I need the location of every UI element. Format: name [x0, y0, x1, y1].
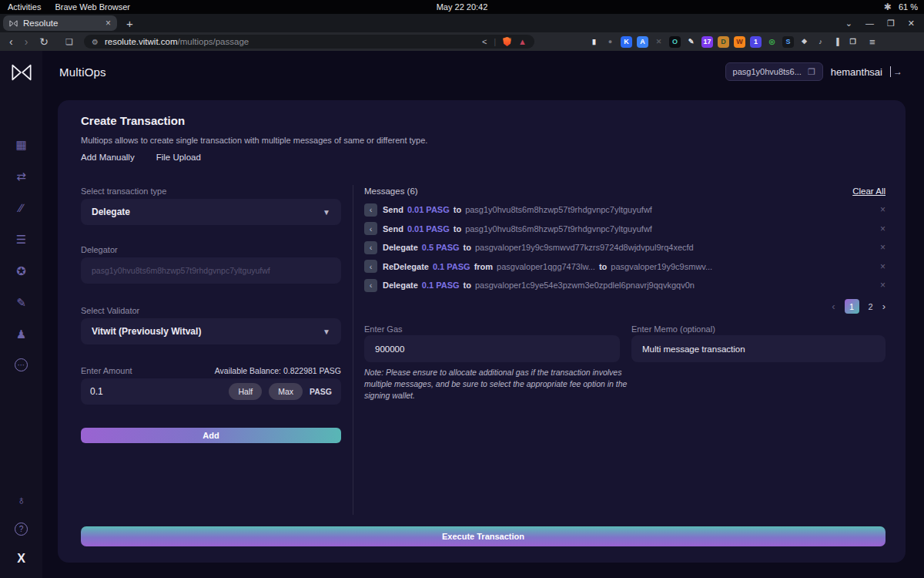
url-host: resolute.vitwit.com	[105, 37, 178, 46]
section-subtitle: Multiops allows to create single transac…	[81, 136, 427, 145]
back-button[interactable]: ‹	[9, 35, 13, 48]
sidebar-item-authz[interactable]: ✪	[14, 264, 29, 277]
vitwit-logo-icon[interactable]	[10, 62, 33, 86]
validator-select[interactable]: Vitwit (Previously Witval) ▼	[81, 318, 341, 344]
column-divider	[353, 185, 353, 515]
message-type-icon: ‹	[364, 241, 377, 254]
battery-percent: 61 %	[899, 2, 918, 12]
bookmark-panel-icon[interactable]: ❏	[65, 37, 73, 47]
copy-icon[interactable]: ❐	[808, 67, 815, 77]
radio-add-manually[interactable]: Add Manually	[81, 153, 135, 162]
chevron-down-icon: ▼	[323, 208, 330, 217]
ext-media-icon[interactable]: ♪	[815, 36, 826, 48]
sidebar-footer: ♁?X	[14, 492, 29, 566]
remove-message-icon[interactable]: ×	[872, 280, 886, 291]
sidebar-item-staking[interactable]: ☰	[14, 232, 29, 246]
address-bar[interactable]: ⚙ resolute.vitwit.com /multiops/passage …	[84, 35, 534, 49]
forward-button[interactable]: ›	[25, 35, 28, 48]
message-row: ‹Send0.01 PASGtopasg1y0hvu8ts6m8hzwp57t9…	[364, 220, 886, 239]
add-button[interactable]: Add	[81, 428, 341, 443]
ext-d-icon[interactable]: D	[718, 36, 729, 48]
ext-dark-circle-icon[interactable]: O	[669, 36, 681, 48]
gas-note: Note: Please ensure to allocate addition…	[364, 367, 638, 402]
sidebar-x-logo[interactable]: X	[14, 552, 29, 566]
share-icon[interactable]: <	[482, 37, 487, 46]
memo-input[interactable]	[642, 344, 875, 354]
execute-transaction-button[interactable]: Execute Transaction	[81, 526, 886, 546]
half-button[interactable]: Half	[229, 383, 262, 400]
ext-s-icon[interactable]: S	[782, 36, 794, 48]
window-restore-icon[interactable]: ❐	[887, 18, 895, 29]
message-type-icon: ‹	[364, 222, 377, 235]
page-2-button[interactable]: 2	[869, 302, 873, 311]
wallet-address: pasg1y0hvu8ts6...	[733, 67, 802, 76]
tab-resolute[interactable]: Resolute ×	[3, 15, 117, 31]
site-settings-icon[interactable]: ⚙	[92, 38, 99, 46]
ext-pen-icon[interactable]: ✎	[685, 36, 697, 48]
ext-reader-icon[interactable]: ❒	[847, 36, 859, 48]
remove-message-icon[interactable]: ×	[872, 204, 886, 215]
input-mode-radio-group: Add Manually File Upload	[81, 153, 201, 162]
sidebar-item-more[interactable]: ⋯	[15, 358, 28, 371]
browser-menu-icon[interactable]: ≡	[869, 36, 875, 48]
amount-input[interactable]	[90, 386, 222, 397]
ext-keplr-icon[interactable]: K	[621, 36, 632, 48]
logout-icon[interactable]: →	[890, 66, 902, 77]
ext-puzzle-icon[interactable]: ❖	[798, 36, 810, 48]
ext-shield-one-icon[interactable]: 1	[750, 36, 762, 48]
max-button[interactable]: Max	[269, 383, 303, 400]
sidebar-item-multisig[interactable]: ♟	[14, 327, 29, 341]
ext-battery-icon[interactable]: ▮	[588, 36, 600, 48]
message-row: ‹ReDelegate0.1 PASGfrompasgvaloper1qgg74…	[364, 257, 886, 277]
gas-label: Enter Gas	[364, 324, 403, 334]
sidebar-item-overview[interactable]: ▦	[14, 137, 29, 151]
delegator-field[interactable]: pasg1y0hvu8ts6m8hzwp57t9rhdgvnpc7yltguyu…	[81, 257, 341, 284]
page-1-button[interactable]: 1	[845, 299, 859, 314]
message-row: ‹Delegate0.5 PASGtopasgvaloper19y9c9smwv…	[364, 238, 886, 257]
new-tab-button[interactable]: +	[126, 17, 133, 30]
messages-list: ‹Send0.01 PASGtopasg1y0hvu8ts6m8hzwp57t9…	[364, 200, 886, 295]
amount-label: Enter Amount	[81, 366, 132, 375]
tab-close-icon[interactable]: ×	[105, 18, 111, 29]
ext-metamask-icon[interactable]: W	[734, 36, 745, 48]
tab-title: Resolute	[23, 18, 58, 28]
sidebar-item-feegrant[interactable]: ✎	[14, 295, 29, 309]
clear-all-link[interactable]: Clear All	[852, 187, 886, 196]
sidebar-nav: ▦⇄∕∕☰✪✎♟⋯	[14, 137, 29, 371]
remove-message-icon[interactable]: ×	[872, 261, 886, 272]
next-page-icon[interactable]: ›	[882, 301, 886, 312]
memo-field	[631, 335, 886, 362]
remove-message-icon[interactable]: ×	[872, 242, 886, 253]
sidebar-item-governance[interactable]: ∕∕	[14, 200, 29, 214]
ext-sidepanel-icon[interactable]: ▐	[831, 36, 842, 48]
ext-authenticator-icon[interactable]: A	[637, 36, 648, 48]
activities-button[interactable]: Activities	[8, 2, 41, 12]
gas-input[interactable]	[375, 344, 609, 354]
window-close-icon[interactable]: ✕	[908, 18, 915, 29]
window-menu-icon[interactable]: ⌄	[845, 18, 852, 29]
clock[interactable]: May 22 20:42	[437, 2, 488, 12]
wallet-address-pill[interactable]: pasg1y0hvu8ts6... ❐	[725, 62, 823, 81]
sidebar-item-transfers[interactable]: ⇄	[14, 169, 29, 183]
warning-icon[interactable]: ▲	[518, 37, 527, 46]
message-type-icon: ‹	[364, 279, 377, 292]
tx-type-select[interactable]: Delegate ▼	[81, 199, 341, 225]
ext-profile-icon[interactable]: ●	[604, 36, 616, 48]
sidebar-help-icon[interactable]: ?	[15, 523, 28, 536]
extension-row: ▮●KA✕O✎17DW1◎S❖♪▐❒	[588, 36, 859, 48]
resolute-favicon	[9, 19, 18, 28]
reload-button[interactable]: ↻	[39, 35, 49, 48]
ext-green-ring-icon[interactable]: ◎	[766, 36, 778, 48]
ext-disabled-icon[interactable]: ✕	[653, 36, 665, 48]
sidebar-tips-icon[interactable]: ♁	[14, 492, 29, 506]
focused-app[interactable]: Brave Web Browser	[55, 2, 130, 12]
brave-shield-icon[interactable]: 1	[503, 37, 511, 46]
delegator-label: Delegator	[81, 245, 118, 254]
remove-message-icon[interactable]: ×	[872, 223, 886, 234]
radio-file-upload[interactable]: File Upload	[156, 153, 201, 162]
prev-page-icon[interactable]: ‹	[832, 301, 835, 312]
ext-wallet-badge-icon[interactable]: 17	[701, 36, 713, 48]
window-minimize-icon[interactable]: —	[865, 18, 874, 28]
messages-title: Messages (6)	[364, 187, 418, 196]
memo-label: Enter Memo (optional)	[631, 324, 715, 334]
